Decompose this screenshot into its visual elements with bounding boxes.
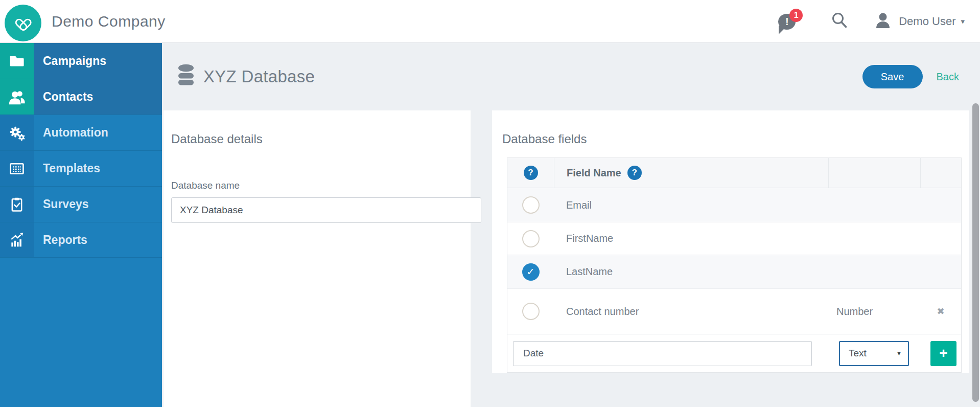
page-title: XYZ Database	[203, 67, 315, 86]
sidebar-item-label: Reports	[34, 222, 162, 257]
chevron-down-icon: ▾	[961, 17, 965, 26]
database-fields-panel: Database fields ? Field Name ?	[492, 110, 969, 373]
field-row-lastname: ✓ LastName	[507, 255, 961, 288]
sidebar-item-automation[interactable]: Automation	[0, 115, 162, 150]
database-icon	[177, 64, 195, 89]
new-field-name-input[interactable]	[513, 341, 812, 366]
header-check-column: ?	[507, 166, 554, 180]
company-name: Demo Company	[52, 13, 166, 30]
clipboard-check-icon	[0, 187, 34, 222]
save-button[interactable]: Save	[862, 65, 923, 88]
field-type-selected-value: Text	[849, 348, 867, 359]
field-row-contact-number: Contact number Number ✖	[507, 288, 961, 334]
app-window: Demo Company ! 1 Demo User ▾	[0, 0, 980, 407]
template-icon	[0, 151, 34, 186]
heart-logo-icon	[11, 10, 35, 36]
add-field-row: Text ▼ +	[507, 334, 961, 372]
field-type-select[interactable]: Text ▼	[839, 341, 909, 366]
add-field-button[interactable]: +	[930, 341, 956, 366]
fields-panel-heading: Database fields	[502, 132, 959, 146]
sidebar-item-surveys[interactable]: Surveys	[0, 186, 162, 222]
brand-logo[interactable]	[5, 5, 41, 41]
database-name-label: Database name	[171, 180, 463, 191]
sidebar-item-reports[interactable]: Reports	[0, 222, 162, 258]
sidebar-item-contacts[interactable]: Contacts	[0, 79, 162, 115]
fields-table-header: ? Field Name ?	[507, 158, 961, 188]
user-name: Demo User	[899, 15, 955, 28]
sidebar-item-label: Contacts	[34, 79, 162, 115]
sidebar-nav: Campaigns Contacts	[0, 43, 162, 407]
help-icon[interactable]: ?	[524, 166, 538, 180]
field-row-email: Email	[507, 188, 961, 222]
details-panel-heading: Database details	[171, 132, 463, 146]
sidebar-item-campaigns[interactable]: Campaigns	[0, 43, 162, 79]
field-checkbox[interactable]	[522, 303, 540, 320]
header-type-column	[828, 158, 920, 188]
sidebar-item-label: Templates	[34, 151, 162, 186]
gears-icon	[0, 115, 34, 150]
notifications-button[interactable]: ! 1	[778, 12, 799, 31]
sidebar-item-templates[interactable]: Templates	[0, 150, 162, 186]
back-link[interactable]: Back	[937, 71, 959, 83]
search-icon[interactable]	[830, 11, 848, 32]
field-type: Number	[836, 306, 873, 317]
page-titlebar: XYZ Database Save Back	[162, 43, 980, 110]
field-checkbox-checked[interactable]: ✓	[522, 263, 540, 281]
user-menu[interactable]: Demo User ▾	[874, 11, 965, 32]
field-name-header: Field Name	[567, 167, 621, 179]
database-name-input[interactable]	[171, 197, 481, 223]
field-name: Contact number	[566, 306, 639, 318]
database-details-panel: Database details Database name	[164, 110, 471, 407]
main-content: XYZ Database Save Back Database details …	[162, 43, 980, 407]
select-caret-icon: ▼	[896, 350, 902, 356]
field-checkbox[interactable]	[522, 196, 540, 214]
help-icon[interactable]: ?	[627, 166, 642, 180]
field-name: LastName	[566, 266, 613, 278]
vertical-scrollbar-thumb[interactable]	[972, 103, 979, 402]
plus-icon: +	[939, 345, 947, 361]
field-row-firstname: FirstName	[507, 222, 961, 255]
delete-field-icon[interactable]: ✖	[937, 306, 944, 317]
top-header: Demo Company ! 1 Demo User ▾	[0, 0, 980, 43]
sidebar-item-label: Surveys	[34, 187, 162, 222]
folder-icon	[0, 43, 34, 79]
header-name-column: Field Name ?	[554, 158, 828, 188]
notification-count-badge: 1	[789, 9, 803, 22]
sidebar-item-label: Campaigns	[34, 43, 162, 79]
user-avatar-icon	[874, 11, 892, 32]
contacts-icon	[0, 79, 34, 115]
field-checkbox[interactable]	[522, 230, 540, 247]
chart-icon	[0, 222, 34, 257]
fields-table: ? Field Name ? Email	[507, 157, 962, 373]
header-actions-column	[920, 158, 961, 188]
field-name: FirstName	[566, 233, 613, 244]
sidebar-item-label: Automation	[34, 115, 162, 150]
chat-bubble-tail	[779, 26, 787, 34]
field-name: Email	[566, 199, 592, 211]
